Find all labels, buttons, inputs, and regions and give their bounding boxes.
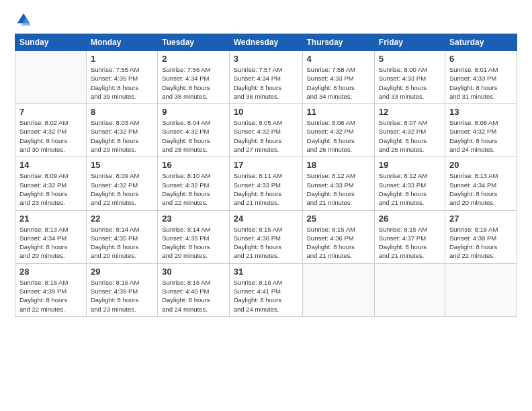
weekday-header-saturday: Saturday xyxy=(445,34,517,51)
day-number: 10 xyxy=(234,107,298,117)
calendar-cell: 30Sunrise: 8:16 AMSunset: 4:40 PMDayligh… xyxy=(158,263,230,316)
calendar-cell: 7Sunrise: 8:02 AMSunset: 4:32 PMDaylight… xyxy=(15,104,87,157)
calendar-week-row: 14Sunrise: 8:09 AMSunset: 4:32 PMDayligh… xyxy=(15,157,517,210)
calendar-cell: 12Sunrise: 8:07 AMSunset: 4:32 PMDayligh… xyxy=(374,104,445,157)
day-info: Sunrise: 8:15 AMSunset: 4:36 PMDaylight:… xyxy=(234,225,298,261)
day-number: 9 xyxy=(162,107,225,117)
day-number: 26 xyxy=(379,214,441,224)
day-number: 16 xyxy=(162,160,225,170)
day-info: Sunrise: 8:09 AMSunset: 4:32 PMDaylight:… xyxy=(19,171,82,207)
day-info: Sunrise: 7:56 AMSunset: 4:34 PMDaylight:… xyxy=(162,65,225,101)
weekday-header-monday: Monday xyxy=(86,34,157,51)
day-info: Sunrise: 8:16 AMSunset: 4:39 PMDaylight:… xyxy=(91,278,153,314)
calendar-cell: 13Sunrise: 8:08 AMSunset: 4:32 PMDayligh… xyxy=(445,104,517,157)
day-number: 5 xyxy=(379,54,441,64)
day-info: Sunrise: 7:57 AMSunset: 4:34 PMDaylight:… xyxy=(234,65,298,101)
page: SundayMondayTuesdayWednesdayThursdayFrid… xyxy=(0,0,532,411)
day-info: Sunrise: 8:10 AMSunset: 4:32 PMDaylight:… xyxy=(162,171,225,207)
day-number: 25 xyxy=(307,214,370,224)
day-info: Sunrise: 7:55 AMSunset: 4:35 PMDaylight:… xyxy=(91,65,153,101)
calendar-cell: 15Sunrise: 8:09 AMSunset: 4:32 PMDayligh… xyxy=(86,157,157,210)
calendar-table: SundayMondayTuesdayWednesdayThursdayFrid… xyxy=(15,34,517,317)
weekday-header-tuesday: Tuesday xyxy=(158,34,230,51)
calendar-cell: 4Sunrise: 7:58 AMSunset: 4:33 PMDaylight… xyxy=(302,51,374,104)
day-number: 23 xyxy=(162,214,225,224)
day-info: Sunrise: 8:15 AMSunset: 4:36 PMDaylight:… xyxy=(307,225,370,261)
day-number: 11 xyxy=(307,107,370,117)
calendar-cell: 17Sunrise: 8:11 AMSunset: 4:33 PMDayligh… xyxy=(229,157,302,210)
weekday-header-wednesday: Wednesday xyxy=(229,34,302,51)
day-number: 28 xyxy=(19,267,82,277)
calendar-week-row: 7Sunrise: 8:02 AMSunset: 4:32 PMDaylight… xyxy=(15,104,517,157)
day-number: 4 xyxy=(307,54,370,64)
calendar-cell: 25Sunrise: 8:15 AMSunset: 4:36 PMDayligh… xyxy=(302,210,374,263)
day-number: 27 xyxy=(449,214,513,224)
day-info: Sunrise: 8:15 AMSunset: 4:37 PMDaylight:… xyxy=(379,225,441,261)
calendar-week-row: 28Sunrise: 8:16 AMSunset: 4:39 PMDayligh… xyxy=(15,263,517,316)
day-info: Sunrise: 8:16 AMSunset: 4:41 PMDaylight:… xyxy=(234,278,298,314)
day-info: Sunrise: 8:09 AMSunset: 4:32 PMDaylight:… xyxy=(91,171,153,207)
calendar-cell xyxy=(302,263,374,316)
logo-text xyxy=(15,12,32,27)
calendar-cell: 28Sunrise: 8:16 AMSunset: 4:39 PMDayligh… xyxy=(15,263,87,316)
day-info: Sunrise: 8:13 AMSunset: 4:34 PMDaylight:… xyxy=(19,225,82,261)
day-number: 22 xyxy=(91,214,153,224)
calendar-cell: 2Sunrise: 7:56 AMSunset: 4:34 PMDaylight… xyxy=(158,51,230,104)
day-number: 15 xyxy=(91,160,153,170)
day-info: Sunrise: 8:11 AMSunset: 4:33 PMDaylight:… xyxy=(234,171,298,207)
day-info: Sunrise: 8:16 AMSunset: 4:38 PMDaylight:… xyxy=(449,225,513,261)
calendar-cell xyxy=(15,51,87,104)
day-info: Sunrise: 8:00 AMSunset: 4:33 PMDaylight:… xyxy=(379,65,441,101)
day-info: Sunrise: 8:03 AMSunset: 4:32 PMDaylight:… xyxy=(91,118,153,154)
calendar-cell: 29Sunrise: 8:16 AMSunset: 4:39 PMDayligh… xyxy=(86,263,157,316)
day-number: 31 xyxy=(234,267,298,277)
day-info: Sunrise: 8:05 AMSunset: 4:32 PMDaylight:… xyxy=(234,118,298,154)
day-number: 8 xyxy=(91,107,153,117)
calendar-cell: 11Sunrise: 8:06 AMSunset: 4:32 PMDayligh… xyxy=(302,104,374,157)
calendar-cell xyxy=(374,263,445,316)
day-info: Sunrise: 8:02 AMSunset: 4:32 PMDaylight:… xyxy=(19,118,82,154)
calendar-cell: 6Sunrise: 8:01 AMSunset: 4:33 PMDaylight… xyxy=(445,51,517,104)
calendar-week-row: 21Sunrise: 8:13 AMSunset: 4:34 PMDayligh… xyxy=(15,210,517,263)
logo xyxy=(15,12,32,27)
day-number: 1 xyxy=(91,54,153,64)
header xyxy=(15,12,517,27)
day-info: Sunrise: 8:04 AMSunset: 4:32 PMDaylight:… xyxy=(162,118,225,154)
calendar-cell: 26Sunrise: 8:15 AMSunset: 4:37 PMDayligh… xyxy=(374,210,445,263)
calendar-cell: 5Sunrise: 8:00 AMSunset: 4:33 PMDaylight… xyxy=(374,51,445,104)
day-info: Sunrise: 8:13 AMSunset: 4:34 PMDaylight:… xyxy=(449,171,513,207)
calendar-cell xyxy=(445,263,517,316)
calendar-cell: 14Sunrise: 8:09 AMSunset: 4:32 PMDayligh… xyxy=(15,157,87,210)
day-number: 21 xyxy=(19,214,82,224)
calendar-body: 1Sunrise: 7:55 AMSunset: 4:35 PMDaylight… xyxy=(15,51,517,317)
calendar-cell: 24Sunrise: 8:15 AMSunset: 4:36 PMDayligh… xyxy=(229,210,302,263)
day-info: Sunrise: 8:01 AMSunset: 4:33 PMDaylight:… xyxy=(449,65,513,101)
day-info: Sunrise: 8:14 AMSunset: 4:35 PMDaylight:… xyxy=(91,225,153,261)
calendar-week-row: 1Sunrise: 7:55 AMSunset: 4:35 PMDaylight… xyxy=(15,51,517,104)
calendar-cell: 16Sunrise: 8:10 AMSunset: 4:32 PMDayligh… xyxy=(158,157,230,210)
day-number: 18 xyxy=(307,160,370,170)
day-number: 19 xyxy=(379,160,441,170)
day-info: Sunrise: 8:12 AMSunset: 4:33 PMDaylight:… xyxy=(307,171,370,207)
calendar-cell: 23Sunrise: 8:14 AMSunset: 4:35 PMDayligh… xyxy=(158,210,230,263)
weekday-header-sunday: Sunday xyxy=(15,34,87,51)
day-info: Sunrise: 8:06 AMSunset: 4:32 PMDaylight:… xyxy=(307,118,370,154)
weekday-header-row: SundayMondayTuesdayWednesdayThursdayFrid… xyxy=(15,34,517,51)
day-info: Sunrise: 8:16 AMSunset: 4:39 PMDaylight:… xyxy=(19,278,82,314)
calendar-header: SundayMondayTuesdayWednesdayThursdayFrid… xyxy=(15,34,517,51)
calendar-cell: 31Sunrise: 8:16 AMSunset: 4:41 PMDayligh… xyxy=(229,263,302,316)
calendar-cell: 8Sunrise: 8:03 AMSunset: 4:32 PMDaylight… xyxy=(86,104,157,157)
day-number: 12 xyxy=(379,107,441,117)
calendar-cell: 3Sunrise: 7:57 AMSunset: 4:34 PMDaylight… xyxy=(229,51,302,104)
calendar-cell: 22Sunrise: 8:14 AMSunset: 4:35 PMDayligh… xyxy=(86,210,157,263)
calendar-cell: 19Sunrise: 8:12 AMSunset: 4:33 PMDayligh… xyxy=(374,157,445,210)
day-number: 29 xyxy=(91,267,153,277)
calendar-cell: 18Sunrise: 8:12 AMSunset: 4:33 PMDayligh… xyxy=(302,157,374,210)
weekday-header-friday: Friday xyxy=(374,34,445,51)
day-number: 20 xyxy=(449,160,513,170)
logo-icon xyxy=(16,12,31,27)
day-info: Sunrise: 8:12 AMSunset: 4:33 PMDaylight:… xyxy=(379,171,441,207)
day-info: Sunrise: 8:16 AMSunset: 4:40 PMDaylight:… xyxy=(162,278,225,314)
day-number: 3 xyxy=(234,54,298,64)
day-number: 7 xyxy=(19,107,82,117)
